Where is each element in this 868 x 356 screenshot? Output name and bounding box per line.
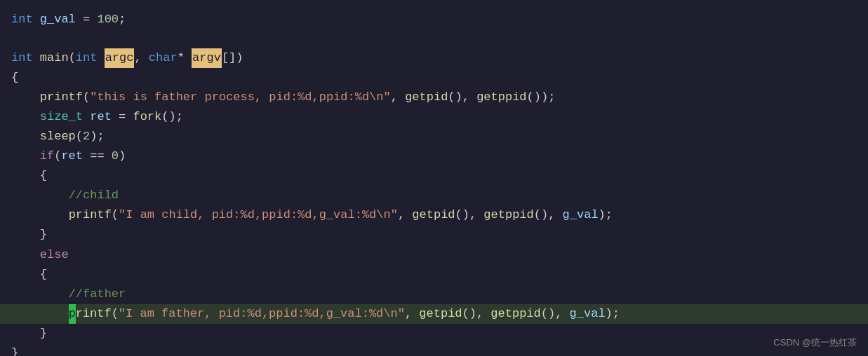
code-line-5: printf ( "this is father process, pid:%d… [11,88,857,107]
code-line-16: p rintf ( "I am father, pid:%d,ppid:%d,g… [0,304,868,324]
code-line-14: { [11,265,857,285]
code-editor: int g_val = 100 ; int main ( int argc , … [0,0,868,356]
code-line-3: int main ( int argc , char * argv []) [11,48,857,68]
code-line-empty [11,29,857,48]
code-line-18: } [11,343,857,356]
code-line-10: //child [11,186,857,205]
watermark: CSDN @统一热红茶 [773,336,857,349]
cursor: p [69,304,76,324]
code-line-8: if ( ret == 0 ) [11,146,857,166]
code-line-7: sleep ( 2 ); [11,127,857,146]
code-line-12: } [11,225,857,245]
code-line-15: //father [11,285,857,304]
code-line-17: } [11,324,857,343]
code-line-6: size_t ret = fork (); [11,107,857,127]
keyword-int: int [11,10,33,29]
highlight-argc: argc [105,48,135,68]
code-line-9: { [11,166,857,186]
var-g_val: g_val [40,10,76,29]
code-line-13: else [11,245,857,265]
highlight-argv: argv [192,48,222,68]
code-line-1: int g_val = 100 ; [11,10,857,29]
code-line-11: printf ( "I am child, pid:%d,ppid:%d,g_v… [11,205,857,225]
code-line-4: { [11,68,857,88]
